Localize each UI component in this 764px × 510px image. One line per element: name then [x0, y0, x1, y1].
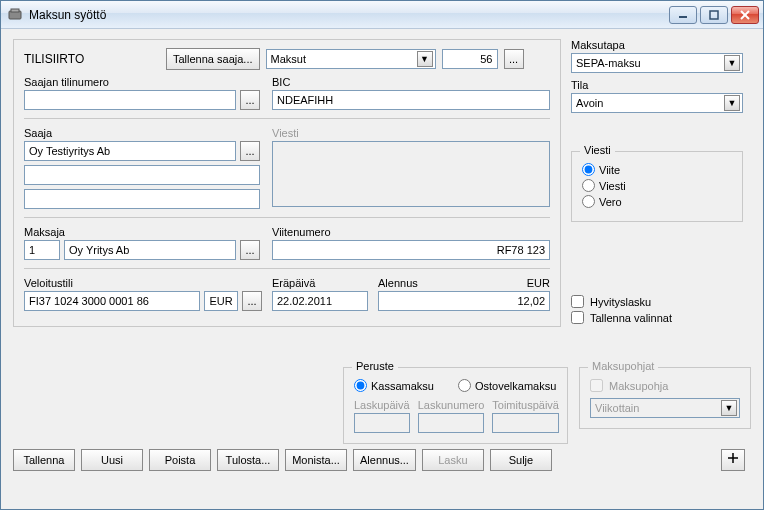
template-interval-dropdown: Viikottain ▼: [590, 398, 740, 418]
status-label: Tila: [571, 79, 743, 91]
category-dropdown-text: Maksut: [271, 53, 417, 65]
templates-group: Maksupohjat Maksupohja Viikottain ▼: [579, 367, 751, 429]
app-icon: [7, 7, 23, 23]
paymethod-dropdown[interactable]: SEPA-maksu ▼: [571, 53, 743, 73]
invoice-button: Lasku: [422, 449, 484, 471]
invoice-date-input: [354, 413, 410, 433]
recipient-browse-button[interactable]: [240, 141, 260, 161]
amount-currency-label: EUR: [527, 277, 550, 289]
save-recipient-button[interactable]: Tallenna saaja...: [166, 48, 260, 70]
message-label: Viesti: [272, 127, 550, 139]
basis-legend: Peruste: [352, 360, 398, 372]
payer-name-input[interactable]: [64, 240, 236, 260]
chevron-down-icon: ▼: [724, 95, 740, 111]
amount-input[interactable]: [378, 291, 550, 311]
minimize-button[interactable]: [669, 6, 697, 24]
frame-heading: TILISIIRTO: [24, 52, 160, 66]
discount-button[interactable]: Alennus...: [353, 449, 416, 471]
reference-label: Viitenumero: [272, 226, 550, 238]
debit-account-label: Veloitustili: [24, 277, 262, 289]
payer-code-input[interactable]: [24, 240, 60, 260]
save-choices-checkbox[interactable]: [571, 311, 584, 324]
template-checkbox: [590, 379, 603, 392]
clone-button[interactable]: Monista...: [285, 449, 347, 471]
templates-legend: Maksupohjat: [588, 360, 658, 372]
chevron-down-icon: ▼: [724, 55, 740, 71]
delete-button[interactable]: Poista: [149, 449, 211, 471]
due-date-label: Eräpäivä: [272, 277, 368, 289]
transfer-frame: TILISIIRTO Tallenna saaja... Maksut ▼ Sa…: [13, 39, 561, 327]
radio-message[interactable]: Viesti: [582, 179, 732, 192]
basis-group: Peruste Kassamaksu Ostovelkamaksu Laskup…: [343, 367, 568, 444]
recipient-account-label: Saajan tilinumero: [24, 76, 262, 88]
status-dropdown[interactable]: Avoin ▼: [571, 93, 743, 113]
delivery-date-label: Toimituspäivä: [492, 399, 559, 411]
window-title: Maksun syöttö: [29, 8, 669, 22]
debit-currency-input[interactable]: [204, 291, 238, 311]
recipient-account-browse-button[interactable]: [240, 90, 260, 110]
payer-browse-button[interactable]: [240, 240, 260, 260]
radio-cash-payment[interactable]: Kassamaksu: [354, 379, 434, 392]
message-group-legend: Viesti: [580, 144, 615, 156]
titlebar: Maksun syöttö: [1, 1, 763, 29]
discount-label: Alennus: [378, 277, 418, 289]
template-checkbox-row: Maksupohja: [590, 379, 740, 392]
print-button[interactable]: Tulosta...: [217, 449, 279, 471]
save-choices-checkbox-row[interactable]: Tallenna valinnat: [571, 311, 743, 324]
radio-reference[interactable]: Viite: [582, 163, 732, 176]
counter-browse-button[interactable]: [504, 49, 524, 69]
chevron-down-icon: ▼: [721, 400, 737, 416]
message-textarea: [272, 141, 550, 207]
message-radio-group: Viesti Viite Viesti Vero: [571, 151, 743, 222]
due-date-input[interactable]: [272, 291, 368, 311]
reference-input[interactable]: [272, 240, 550, 260]
category-dropdown[interactable]: Maksut ▼: [266, 49, 436, 69]
credit-note-checkbox-row[interactable]: Hyvityslasku: [571, 295, 743, 308]
template-interval-text: Viikottain: [595, 402, 721, 414]
save-button[interactable]: Tallenna: [13, 449, 75, 471]
svg-rect-3: [710, 11, 718, 19]
recipient-label: Saaja: [24, 127, 262, 139]
new-button[interactable]: Uusi: [81, 449, 143, 471]
radio-ap-payment-input[interactable]: [458, 379, 471, 392]
bic-input[interactable]: [272, 90, 550, 110]
right-column: Maksutapa SEPA-maksu ▼ Tila Avoin ▼ Vies…: [571, 39, 743, 327]
recipient-line3-input[interactable]: [24, 189, 260, 209]
invoice-no-input: [418, 413, 485, 433]
svg-rect-1: [11, 9, 19, 12]
invoice-no-label: Laskunumero: [418, 399, 485, 411]
paymethod-label: Maksutapa: [571, 39, 743, 51]
radio-tax-input[interactable]: [582, 195, 595, 208]
maximize-button[interactable]: [700, 6, 728, 24]
chevron-down-icon: ▼: [417, 51, 433, 67]
recipient-input[interactable]: [24, 141, 236, 161]
bic-label: BIC: [272, 76, 550, 88]
invoice-date-label: Laskupäivä: [354, 399, 410, 411]
delivery-date-input: [492, 413, 559, 433]
counter-input[interactable]: [442, 49, 498, 69]
radio-cash-payment-input[interactable]: [354, 379, 367, 392]
button-bar: Tallenna Uusi Poista Tulosta... Monista.…: [13, 449, 552, 471]
radio-reference-input[interactable]: [582, 163, 595, 176]
payer-label: Maksaja: [24, 226, 262, 238]
radio-ap-payment[interactable]: Ostovelkamaksu: [458, 379, 556, 392]
close-button[interactable]: [731, 6, 759, 24]
add-button[interactable]: [721, 449, 745, 471]
paymethod-dropdown-text: SEPA-maksu: [576, 57, 724, 69]
window: Maksun syöttö TILISIIRTO Tallenna saaja.…: [0, 0, 764, 510]
recipient-line2-input[interactable]: [24, 165, 260, 185]
close-form-button[interactable]: Sulje: [490, 449, 552, 471]
status-dropdown-text: Avoin: [576, 97, 724, 109]
recipient-account-input[interactable]: [24, 90, 236, 110]
debit-account-input[interactable]: [24, 291, 200, 311]
content: TILISIIRTO Tallenna saaja... Maksut ▼ Sa…: [1, 29, 763, 509]
plus-icon: [727, 452, 739, 464]
radio-tax[interactable]: Vero: [582, 195, 732, 208]
radio-message-input[interactable]: [582, 179, 595, 192]
debit-account-browse-button[interactable]: [242, 291, 262, 311]
credit-note-checkbox[interactable]: [571, 295, 584, 308]
